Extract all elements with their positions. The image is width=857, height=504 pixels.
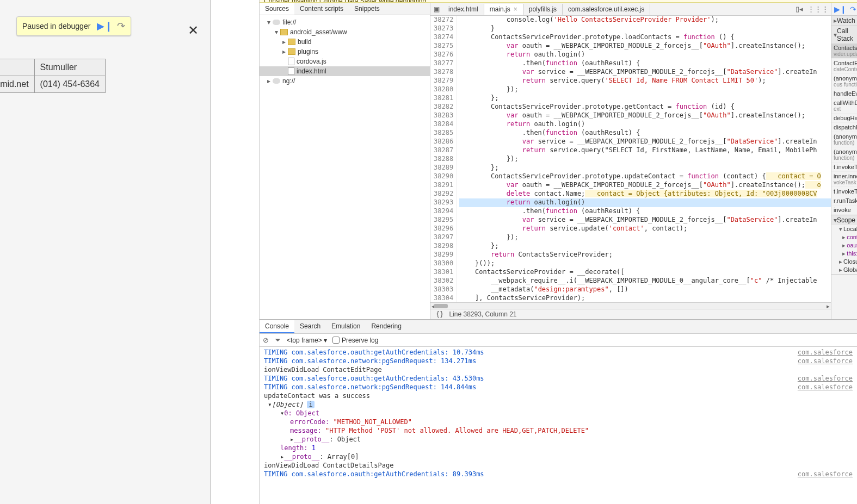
cloud-icon	[273, 78, 280, 84]
file-tabs: ▣ index.html main.js× polyfills.js com.s…	[430, 3, 831, 16]
source-link[interactable]: com.salesforce	[798, 349, 853, 356]
console-object-prop[interactable]: ▸__proto__: Array[0]	[264, 453, 853, 461]
stack-frame[interactable]: t.invokeTask	[831, 163, 857, 172]
step-over-button[interactable]: ↷	[117, 20, 125, 32]
bottom-tabs: Console Search Emulation Rendering	[260, 320, 857, 334]
source-link[interactable]: com.salesforce	[798, 375, 853, 382]
scope-var[interactable]: ▸this:	[831, 250, 857, 258]
scroll-right-icon[interactable]: ▸	[827, 303, 830, 310]
stack-frame[interactable]: (anonymousfunction)	[831, 147, 857, 163]
scope-closure[interactable]: ▸Closure	[831, 258, 857, 266]
code-editor[interactable]: 3827238273382743827538276382773827838279…	[430, 16, 831, 302]
file-tab[interactable]: com.salesforce.util.exec.js	[563, 4, 650, 15]
stack-frame[interactable]: (anonymousfunction)	[831, 132, 857, 147]
file-tab[interactable]: main.js×	[484, 4, 523, 15]
paused-overlay: Paused in debugger ▶❙ ↷	[16, 16, 131, 36]
editor-status-bar: {} Line 38293, Column 21	[430, 309, 831, 319]
scroll-thumb[interactable]	[434, 304, 448, 308]
console-object-prop: errorCode: "METHOD_NOT_ALLOWED"	[264, 418, 853, 426]
tree-item[interactable]: cordova.js	[260, 57, 430, 66]
console-line: ionViewDidLoad ContactEditPage	[264, 366, 853, 374]
tab-emulation[interactable]: Emulation	[326, 320, 366, 333]
tree-item[interactable]: ▾file://	[260, 17, 430, 27]
source-link[interactable]: com.salesforce	[798, 357, 853, 365]
cursor-position: Line 38293, Column 21	[449, 310, 516, 318]
console-object-prop: message: "HTTP Method 'POST' not allowed…	[264, 427, 853, 434]
stack-frame[interactable]: ContactEditPagedateContact	[831, 59, 857, 74]
tree-item[interactable]: ▾android_asset/www	[260, 27, 430, 37]
close-icon[interactable]: ✕	[188, 23, 199, 38]
tree-item[interactable]: index.html	[260, 66, 430, 76]
tab-content-scripts[interactable]: Content scripts	[294, 3, 349, 15]
tab-search[interactable]: Search	[294, 320, 326, 333]
line-gutter: 3827238273382743827538276382773827838279…	[430, 16, 457, 302]
file-tree: ▾file:// ▾android_asset/www ▸build ▸plug…	[260, 15, 430, 88]
tree-item[interactable]: ▸build	[260, 37, 430, 47]
paused-text: Paused in debugger	[22, 22, 90, 30]
step-over-icon[interactable]: ↷	[850, 5, 856, 14]
gap	[211, 0, 259, 504]
tab-snippets[interactable]: Snippets	[349, 3, 385, 15]
resume-button[interactable]: ▶❙	[97, 20, 113, 32]
tree-item[interactable]: ▸plugins	[260, 47, 430, 57]
source-link[interactable]: com.salesforce	[798, 470, 853, 478]
tab-rendering[interactable]: Rendering	[366, 320, 406, 333]
code-body[interactable]: console.log('Hello ContactsServiceProvid…	[457, 16, 831, 302]
stack-frame[interactable]: dispatchEvent	[831, 123, 857, 132]
cell	[0, 59, 34, 76]
stack-frame[interactable]: inner.inner.fork.invokeTask	[831, 172, 857, 187]
scope-var[interactable]: ▸oauth	[831, 241, 857, 250]
stack-frame[interactable]: invoke	[831, 206, 857, 215]
console-object[interactable]: ▾[Object] i	[264, 401, 853, 408]
nav-files-icon[interactable]: ▣	[430, 5, 443, 13]
toggle-sidebar-icon[interactable]: ▯◂	[796, 5, 803, 13]
scope-var[interactable]: ▸contact	[831, 233, 857, 241]
console-output[interactable]: TIMING com.salesforce.oauth:getAuthCrede…	[260, 347, 857, 504]
frame-select[interactable]: <top frame> ▾	[287, 337, 327, 344]
console-object-item[interactable]: ▾0: Object	[264, 409, 853, 417]
debugger-toolbar: ▶❙ ↷	[831, 3, 857, 16]
source-link[interactable]: com.salesforce	[798, 383, 853, 391]
scope-global[interactable]: ▸Global	[831, 266, 857, 274]
cloud-icon	[273, 20, 280, 25]
navigator-pane: Sources Content scripts Snippets ▾file:/…	[260, 3, 430, 319]
table-row: pyramid.net (014) 454-6364	[0, 76, 106, 93]
mobile-app-pane: ct ✕ Paused in debugger ▶❙ ↷ Stumuller p…	[0, 0, 211, 504]
console-line: ionViewDidLoad ContactDetailsPage	[264, 462, 853, 469]
folder-icon	[288, 39, 295, 45]
console-object-prop[interactable]: ▸__proto__: Object	[264, 435, 853, 443]
watch-header[interactable]: ▸Watch	[831, 16, 857, 26]
stack-frame[interactable]: handleEvent	[831, 89, 857, 98]
tree-item[interactable]: ▸ng://	[260, 76, 430, 86]
debugger-sidebar: ▶❙ ↷ ▸Watch ▾Call Stack ContactsServiceP…	[831, 3, 857, 319]
scope-local[interactable]: ▾Local	[831, 225, 857, 233]
pretty-print-button[interactable]: {}	[436, 310, 443, 318]
h-scrollbar[interactable]: ◂ ▸	[430, 302, 831, 309]
callstack-header[interactable]: ▾Call Stack	[831, 26, 857, 43]
stack-frame[interactable]: debugHandleEvent	[831, 114, 857, 123]
tab-sources[interactable]: Sources	[260, 3, 294, 15]
clear-console-icon[interactable]: ⊘	[263, 336, 269, 344]
tab-console[interactable]: Console	[260, 320, 294, 333]
file-tab[interactable]: polyfills.js	[523, 4, 563, 15]
stack-frame[interactable]: t.invokeTask	[831, 187, 857, 196]
resume-icon[interactable]: ▶❙	[834, 5, 847, 14]
scope-header[interactable]: ▾Scope	[831, 215, 857, 225]
bottom-pane: Console Search Emulation Rendering ⊘ ⏷ <…	[260, 319, 857, 504]
preserve-log-checkbox[interactable]: Preserve log	[332, 337, 378, 344]
console-line: updateContact was a success	[264, 392, 853, 400]
stack-frame[interactable]: callWithDebugContext	[831, 98, 857, 114]
close-tab-icon[interactable]: ×	[514, 5, 517, 13]
stack-frame[interactable]: r.runTask	[831, 196, 857, 206]
more-icon[interactable]: ⋮⋮⋮	[807, 5, 829, 13]
devtools-panel: Consider disabling Chrome Data Saver whi…	[259, 0, 857, 504]
file-tab[interactable]: index.html	[443, 4, 484, 15]
console-line: TIMING com.salesforce.oauth:getAuthCrede…	[264, 349, 791, 356]
console-line: TIMING com.salesforce.oauth:getAuthCrede…	[264, 375, 791, 382]
stack-frame[interactable]: ContactsServiceProvidervider.updateConta…	[831, 43, 857, 59]
folder-icon	[288, 48, 295, 55]
filter-icon[interactable]: ⏷	[274, 336, 281, 344]
console-toolbar: ⊘ ⏷ <top frame> ▾ Preserve log	[260, 334, 857, 347]
editor-pane: ▣ index.html main.js× polyfills.js com.s…	[430, 3, 831, 319]
stack-frame[interactable]: (anonymousous function)	[831, 74, 857, 89]
